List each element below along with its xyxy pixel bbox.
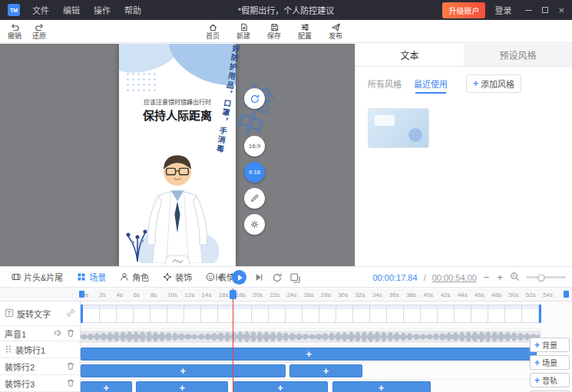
scene-frame[interactable]	[438, 305, 455, 323]
scene-frame[interactable]	[252, 305, 269, 323]
ratio-16-9-button[interactable]: 16:9	[244, 136, 265, 156]
playhead[interactable]	[233, 288, 233, 392]
scene-frame[interactable]	[455, 305, 471, 323]
filter-all-styles[interactable]: 所有风格	[368, 77, 402, 90]
config-button[interactable]: 配置	[298, 22, 312, 40]
window-close-icon[interactable]: ×	[558, 5, 564, 15]
canvas-workspace[interactable]: 途中 好防护用品，口罩，手消毒 公共交通工具时 应该注意错时错峰出行时 保持人际…	[0, 44, 355, 266]
style-thumbnail[interactable]	[368, 108, 429, 148]
decoration-clip[interactable]: +	[233, 381, 328, 392]
scene-frame[interactable]	[100, 305, 117, 323]
layers-button[interactable]	[289, 272, 300, 283]
new-button[interactable]: 新建	[236, 22, 250, 40]
trash-icon[interactable]	[66, 378, 75, 389]
loop-button[interactable]	[272, 272, 283, 283]
track-label-row-audio[interactable]: 声音1	[0, 326, 80, 341]
login-button[interactable]: 登录	[494, 4, 511, 16]
decoration-clip[interactable]: +	[81, 381, 132, 392]
track-label-row-decor1[interactable]: 装饰行1	[0, 341, 80, 358]
zoom-slider-knob[interactable]	[537, 274, 544, 281]
rotate-preview-button[interactable]	[244, 88, 265, 109]
scene-frame[interactable]	[336, 305, 353, 323]
scene-frame[interactable]	[167, 305, 184, 323]
trash-icon[interactable]	[66, 361, 75, 372]
publish-button[interactable]: 发布	[329, 22, 342, 40]
settings-gear-button[interactable]	[244, 214, 265, 235]
add-audio-track-button[interactable]: +音轨	[530, 373, 570, 387]
scene-frame[interactable]	[522, 305, 539, 323]
scene-subtitle[interactable]: 应该注意错时错峰出行时	[119, 97, 236, 106]
total-time[interactable]: 00:00:54.00	[432, 273, 477, 282]
scene-frame[interactable]	[117, 305, 134, 323]
trash-icon[interactable]	[66, 328, 75, 339]
scene-frame[interactable]	[201, 305, 218, 323]
scene-frame[interactable]	[83, 305, 100, 323]
decoration-clip[interactable]: +	[136, 381, 228, 392]
scene-frame[interactable]	[184, 305, 201, 323]
app-logo[interactable]: TM	[8, 4, 20, 16]
ratio-9-16-button[interactable]: 9:16	[244, 162, 265, 183]
link-icon[interactable]	[66, 308, 75, 319]
menu-edit[interactable]: 编辑	[63, 4, 80, 16]
audio-track[interactable]	[81, 331, 541, 346]
scene-frame[interactable]	[319, 305, 336, 323]
scene-frame[interactable]	[370, 305, 387, 323]
save-button[interactable]: 保存	[267, 22, 281, 40]
scene-frame[interactable]	[303, 305, 319, 323]
track-label-row-decor3[interactable]: 装饰行3	[0, 375, 80, 392]
window-minimize-icon[interactable]	[525, 10, 532, 11]
decoration-clip[interactable]: +	[289, 364, 362, 377]
volume-icon[interactable]	[54, 328, 63, 339]
add-scene-button[interactable]: +场景	[530, 355, 570, 370]
canvas-collapse-toggle[interactable]	[166, 256, 189, 266]
playhead-handle[interactable]	[230, 290, 236, 299]
decoration-track-1[interactable]: +	[81, 346, 541, 363]
tab-intro-outro[interactable]: 片头&片尾	[5, 267, 70, 288]
zoom-slider[interactable]	[526, 276, 566, 278]
menu-file[interactable]: 文件	[32, 4, 49, 16]
tab-scenes[interactable]: 场景	[70, 267, 113, 288]
redo-button[interactable]: 还原	[32, 22, 46, 40]
scene-frame[interactable]	[404, 305, 421, 323]
scene-frame[interactable]	[505, 305, 522, 323]
zoom-in-button[interactable]: +	[496, 272, 504, 282]
scene-frame[interactable]	[387, 305, 404, 323]
menu-operation[interactable]: 操作	[94, 4, 111, 16]
add-style-button[interactable]: + 添加风格	[466, 74, 521, 93]
scene-frame[interactable]	[488, 305, 505, 323]
tab-characters[interactable]: 角色	[113, 267, 156, 288]
track-label-row-text[interactable]: 旋转文字	[0, 301, 80, 326]
skip-to-end-button[interactable]	[253, 272, 265, 283]
decoration-clip[interactable]: +	[81, 348, 537, 361]
zoom-out-button[interactable]: −	[483, 272, 491, 282]
edit-pencil-button[interactable]	[244, 188, 265, 209]
decoration-track-2[interactable]: ++	[81, 363, 541, 380]
timeline-ruler[interactable]: 0s2s4s6s8s10s12s14s16s18s20s22s24s26s28s…	[0, 288, 572, 301]
add-background-button[interactable]: +背景	[530, 338, 570, 352]
skip-to-start-button[interactable]	[213, 272, 225, 283]
tab-decorations[interactable]: 装饰	[156, 267, 199, 288]
scene-frame[interactable]	[286, 305, 303, 323]
menu-help[interactable]: 帮助	[124, 4, 141, 16]
play-button[interactable]	[232, 270, 246, 285]
scene-frame[interactable]	[353, 305, 370, 323]
decoration-track-3[interactable]: ++++	[81, 380, 541, 392]
window-maximize-icon[interactable]	[542, 7, 548, 13]
scene-frame[interactable]	[421, 305, 438, 323]
scene-frame[interactable]	[134, 305, 150, 323]
region-end-handle[interactable]	[564, 291, 569, 298]
track-label-row-decor2[interactable]: 装饰行2	[0, 358, 80, 375]
decoration-clip[interactable]: +	[332, 381, 431, 392]
plant-decoration[interactable]	[122, 219, 153, 265]
scene-filmstrip-track[interactable]	[81, 305, 541, 329]
tab-preset-styles[interactable]: 预设风格	[464, 44, 572, 66]
upgrade-account-button[interactable]: 升级账户	[442, 2, 485, 18]
scene-frame[interactable]	[235, 305, 252, 323]
scene-frame[interactable]	[150, 305, 167, 323]
undo-button[interactable]: 撤销	[8, 22, 21, 40]
scene-frame[interactable]	[471, 305, 488, 323]
drag-handle-icon[interactable]	[5, 344, 12, 355]
scene-frame[interactable]	[269, 305, 286, 323]
tab-text[interactable]: 文本	[355, 44, 464, 66]
scene-preview[interactable]: 公共交通工具时 应该注意错时错峰出行时 保持人际距离	[119, 44, 236, 266]
